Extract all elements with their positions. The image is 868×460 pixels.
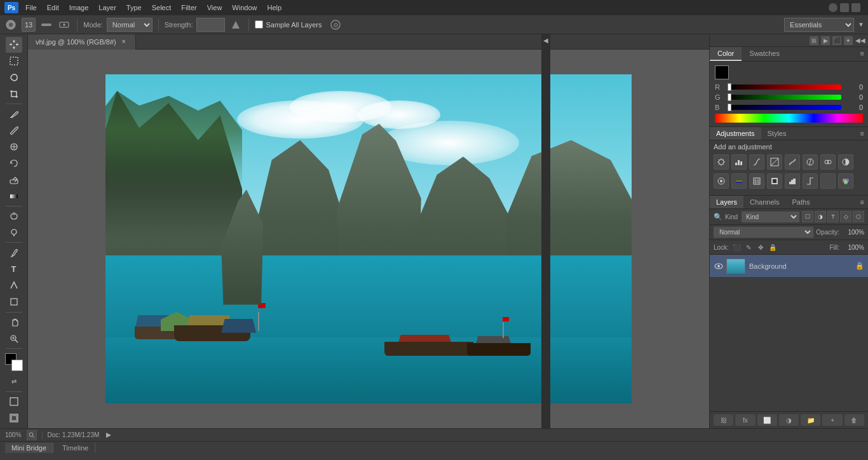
layer-mask-button[interactable]: ⬜ <box>757 414 777 426</box>
tool-path-selection[interactable] <box>6 278 22 294</box>
layers-mode-select[interactable]: Normal <box>714 227 813 238</box>
canvas-tab-close[interactable]: × <box>120 38 128 46</box>
tab-paths[interactable]: Paths <box>786 196 817 208</box>
adj-vibrance[interactable] <box>785 154 800 170</box>
toggle-airbrush[interactable] <box>57 18 71 32</box>
canvas-tab[interactable]: vhl.jpg @ 100% (RGB/8#) × <box>28 34 136 50</box>
tool-dodge[interactable] <box>6 225 22 241</box>
tool-zoom[interactable] <box>6 330 22 346</box>
collapse-arrow[interactable]: ◀◀ <box>855 37 865 44</box>
adj-color-balance[interactable] <box>820 154 836 170</box>
adj-exposure[interactable] <box>767 154 782 170</box>
menu-help[interactable]: Help <box>262 0 287 15</box>
lock-pixels[interactable]: ⬛ <box>731 242 742 252</box>
zoom-icon[interactable] <box>27 430 37 440</box>
tool-preset-picker[interactable] <box>4 18 18 32</box>
adj-curves[interactable] <box>749 154 764 170</box>
adj-photo-filter[interactable] <box>714 173 729 189</box>
tool-gradient[interactable] <box>6 188 22 204</box>
toggle-foreground-bg[interactable]: ⇄ <box>6 374 22 389</box>
menu-type[interactable]: Type <box>121 0 147 15</box>
panel-icon-4[interactable]: ✦ <box>844 36 853 45</box>
menu-view[interactable]: View <box>202 0 227 15</box>
channel-r-slider[interactable] <box>728 85 841 90</box>
adj-threshold[interactable] <box>803 173 818 189</box>
menu-window[interactable]: Window <box>227 0 262 15</box>
tab-adjustments[interactable]: Adjustments <box>710 127 761 140</box>
adj-invert[interactable] <box>767 173 782 189</box>
foreground-color-swatch[interactable] <box>715 65 729 79</box>
tool-pen[interactable] <box>6 245 22 260</box>
filter-smart[interactable]: ⬡ <box>853 211 864 222</box>
channel-g-slider[interactable] <box>728 95 841 100</box>
color-spectrum-bar[interactable] <box>715 114 863 123</box>
strength-input[interactable]: 50% <box>196 18 225 32</box>
tool-clone-stamp[interactable] <box>6 139 22 155</box>
adj-gradient-map[interactable] <box>820 173 836 189</box>
tab-styles[interactable]: Styles <box>761 127 793 140</box>
panel-icon-3[interactable]: ⬛ <box>832 36 841 45</box>
tab-mini-bridge[interactable]: Mini Bridge <box>5 443 53 453</box>
background-color[interactable] <box>11 360 23 371</box>
layer-link-button[interactable]: ⛓ <box>714 414 733 426</box>
foreground-background-colors[interactable] <box>5 353 23 370</box>
filter-type[interactable]: T <box>827 211 839 222</box>
tool-blur[interactable] <box>6 208 22 224</box>
tool-crop[interactable] <box>6 86 22 102</box>
tab-swatches[interactable]: Swatches <box>742 47 787 61</box>
channel-b-slider[interactable] <box>728 105 841 110</box>
tool-hand[interactable] <box>6 315 22 330</box>
menu-file[interactable]: File <box>20 0 42 15</box>
window-close[interactable] <box>851 3 860 12</box>
layer-visibility-toggle[interactable] <box>714 261 724 271</box>
menu-layer[interactable]: Layer <box>93 0 121 15</box>
adj-posterize[interactable] <box>785 173 800 189</box>
adj-selective-color[interactable] <box>838 173 853 189</box>
lock-position-draw[interactable]: ✎ <box>743 242 754 252</box>
filter-adj[interactable]: ◑ <box>815 211 826 222</box>
layer-group-button[interactable]: 📁 <box>801 414 820 426</box>
layer-adj-button[interactable]: ◑ <box>779 414 799 426</box>
menu-select[interactable]: Select <box>147 0 177 15</box>
tool-brush[interactable] <box>6 123 22 139</box>
lock-position-move[interactable]: ✥ <box>756 242 766 252</box>
adj-panel-collapse[interactable]: ≡ <box>857 127 868 140</box>
filter-pixel[interactable]: ☐ <box>802 211 813 222</box>
layers-kind-select[interactable]: Kind Name Effect <box>742 212 799 222</box>
tool-selection[interactable] <box>6 53 22 69</box>
menu-edit[interactable]: Edit <box>42 0 64 15</box>
tab-channels[interactable]: Channels <box>743 196 785 208</box>
strength-slider-icon[interactable] <box>229 18 243 32</box>
panel-icon-2[interactable]: ▶ <box>821 36 830 45</box>
color-panel-menu[interactable]: ≡ <box>857 47 868 61</box>
tool-move[interactable] <box>6 37 22 53</box>
window-restore[interactable] <box>840 3 849 12</box>
lock-all[interactable]: 🔒 <box>768 242 778 252</box>
mode-select[interactable]: Normal Dissolve Multiply <box>107 18 153 32</box>
healing-brush-settings[interactable]: ⚙ <box>329 18 342 32</box>
adj-hue-sat[interactable] <box>803 154 818 170</box>
panel-collapse-btn[interactable]: ◀ <box>541 34 550 428</box>
tool-spot-healing[interactable] <box>6 106 22 122</box>
menu-filter[interactable]: Filter <box>176 0 201 15</box>
tab-timeline[interactable]: Timeline <box>56 443 95 453</box>
layer-new-button[interactable]: + <box>822 414 842 426</box>
filter-shape[interactable]: ◇ <box>840 211 851 222</box>
layers-panel-menu[interactable]: ≡ <box>857 196 868 208</box>
tab-layers[interactable]: Layers <box>710 196 743 208</box>
adj-color-lookup[interactable] <box>749 173 764 189</box>
edit-standard-mode[interactable] <box>6 394 22 410</box>
tool-shape[interactable] <box>6 294 22 310</box>
menu-image[interactable]: Image <box>64 0 94 15</box>
layer-fx-button[interactable]: fx <box>735 414 755 426</box>
panel-icon-1[interactable]: ⊞ <box>810 36 818 45</box>
tool-eraser[interactable] <box>6 172 22 187</box>
adj-levels[interactable] <box>731 154 747 170</box>
brush-preset-picker[interactable] <box>39 18 53 32</box>
window-minimize[interactable] <box>829 3 837 12</box>
table-row[interactable]: Background 🔒 <box>710 255 868 278</box>
adj-bw[interactable] <box>838 154 853 170</box>
layer-delete-button[interactable]: 🗑 <box>844 414 864 426</box>
doc-info-arrow[interactable] <box>104 431 113 440</box>
edit-quickmask-mode[interactable] <box>6 410 22 426</box>
